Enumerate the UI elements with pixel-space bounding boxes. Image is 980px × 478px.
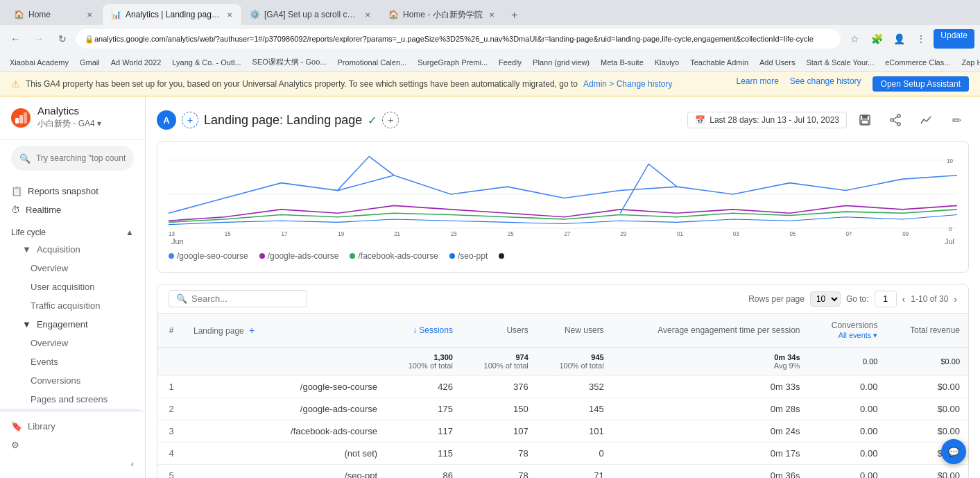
sidebar-item-pages-screens[interactable]: Pages and screens xyxy=(0,390,145,409)
date-range-button[interactable]: 📅 Last 28 days: Jun 13 - Jul 10, 2023 xyxy=(687,112,847,128)
add-metric-icon[interactable]: + xyxy=(249,325,255,336)
tab-analytics[interactable]: 📊 Analytics | Landing page: Landi... ✕ xyxy=(103,4,241,25)
open-setup-assistant-button[interactable]: Open Setup Assistant xyxy=(872,76,969,92)
col-header-users[interactable]: Users xyxy=(461,314,537,348)
svg-rect-5 xyxy=(861,120,868,124)
table-search[interactable]: 🔍 xyxy=(169,290,307,307)
tab-close-analytics[interactable]: ✕ xyxy=(225,10,233,19)
tab-ga4setup[interactable]: ⚙️ [GA4] Set up a scroll convers... ✕ xyxy=(241,4,380,25)
sidebar-item-events[interactable]: Events xyxy=(0,352,145,371)
bookmark-gmail[interactable]: Gmail xyxy=(76,57,104,68)
bookmark-addusers[interactable]: Add Users xyxy=(755,57,799,68)
search-input[interactable] xyxy=(36,153,126,163)
col-header-sessions[interactable]: ↓ Sessions xyxy=(386,314,461,348)
add-comparison-button[interactable]: + xyxy=(182,112,198,128)
conversions-filter[interactable]: All events ▾ xyxy=(839,331,878,339)
bookmark-adworld[interactable]: Ad World 2022 xyxy=(107,57,166,68)
bookmark-surge[interactable]: SurgeGraph Premi... xyxy=(413,57,492,68)
col-header-avg-engagement[interactable]: Average engagement time per session xyxy=(612,314,809,348)
row-total-revenue: $0.00 xyxy=(886,465,968,479)
new-tab-button[interactable]: + xyxy=(505,6,524,25)
bookmark-btn[interactable]: ☆ xyxy=(845,29,864,49)
bookmark-meta[interactable]: Meta B-suite xyxy=(596,57,648,68)
tab-home[interactable]: 🏠 Home ✕ xyxy=(6,4,103,25)
bookmark-xiaobai[interactable]: Xiaobai Academy xyxy=(6,57,73,68)
sidebar-item-settings[interactable]: ⚙ xyxy=(11,436,134,454)
tab-close-home[interactable]: ✕ xyxy=(85,10,94,19)
pagination-controls: Rows per page 10 25 50 Go to: ‹ 1-10 of … xyxy=(748,291,957,307)
bookmark-lyang[interactable]: Lyang & Co. - Outl... xyxy=(168,57,245,68)
bookmark-start-scale[interactable]: Start & Scale Your... xyxy=(802,57,878,68)
see-change-link[interactable]: See change history xyxy=(790,76,861,92)
row-landing-page[interactable]: (not set) xyxy=(185,443,386,465)
table-toolbar: 🔍 Rows per page 10 25 50 Go to: ‹ 1 xyxy=(157,284,968,314)
save-report-button[interactable] xyxy=(852,108,877,133)
sidebar-collapse-btn[interactable]: ‹ xyxy=(11,454,134,473)
sidebar-item-traffic-acquisition[interactable]: Traffic acquisition xyxy=(0,296,145,315)
search-bar[interactable]: 🔍 xyxy=(11,146,134,171)
profile-btn[interactable]: 👤 xyxy=(889,29,909,49)
label-overview-acq: Overview xyxy=(31,263,68,273)
lifecycle-title[interactable]: Life cycle ▲ xyxy=(0,222,145,240)
help-chat-button[interactable]: 💬 xyxy=(941,439,966,464)
col-header-landing-page[interactable]: Landing page + xyxy=(185,314,386,348)
row-landing-page[interactable]: /seo-ppt xyxy=(185,465,386,479)
sidebar-item-acquisition[interactable]: ▼ Acquisition xyxy=(0,240,145,259)
table-search-input[interactable] xyxy=(191,293,300,304)
tab-favicon: 🏠 xyxy=(388,10,399,19)
extensions-btn[interactable]: 🧩 xyxy=(867,29,886,49)
sidebar-item-reports-snapshot[interactable]: 📋 Reports snapshot xyxy=(0,182,145,200)
chart-container: 13 15 17 19 21 23 25 27 29 01 03 05 07 0… xyxy=(157,141,969,273)
sidebar-item-library[interactable]: 🔖 Library xyxy=(11,417,134,436)
bookmark-teachable[interactable]: Teachable Admin xyxy=(686,57,753,68)
row-avg-engagement: 0m 24s xyxy=(612,420,809,443)
prev-page-button[interactable]: ‹ xyxy=(902,293,906,305)
table-row: 1 /google-seo-course 426 376 352 0m 33s … xyxy=(157,376,968,398)
warning-admin-link[interactable]: Admin > Change history xyxy=(583,79,672,89)
learn-more-link[interactable]: Learn more xyxy=(736,76,778,92)
sidebar-item-user-acquisition[interactable]: User acquisition xyxy=(0,278,145,296)
address-input[interactable]: 🔒 analytics.google.com/analytics/web/?au… xyxy=(76,29,841,49)
add-page-button[interactable]: + xyxy=(382,112,399,128)
page-input[interactable] xyxy=(875,291,897,307)
col-header-new-users[interactable]: New users xyxy=(537,314,612,348)
share-button[interactable] xyxy=(883,108,908,133)
account-selector[interactable]: 小白新势 - GA4 ▾ xyxy=(37,117,101,131)
back-button[interactable]: ← xyxy=(6,29,25,49)
bookmark-seo[interactable]: SEO课程大纲 - Goo... xyxy=(248,56,331,69)
forward-button[interactable]: → xyxy=(29,29,49,49)
bookmark-zap[interactable]: Zap History xyxy=(957,57,980,68)
tab-label: Home xyxy=(28,10,51,19)
total-avg-engagement: 0m 34s Avg 9% xyxy=(612,348,809,376)
sidebar-item-realtime[interactable]: ⏱ Realtime xyxy=(0,200,145,219)
trend-button[interactable] xyxy=(913,108,938,133)
realtime-icon: ⏱ xyxy=(11,205,20,215)
tab-home2[interactable]: 🏠 Home - 小白新势学院 ✕ xyxy=(380,4,505,25)
sidebar-item-overview-eng[interactable]: Overview xyxy=(0,334,145,352)
more-btn[interactable]: ⋮ xyxy=(911,29,931,49)
update-button[interactable]: Update xyxy=(934,29,974,49)
reload-button[interactable]: ↻ xyxy=(53,29,72,49)
tab-close-ga4[interactable]: ✕ xyxy=(363,10,372,19)
edit-button[interactable]: ✏ xyxy=(944,108,969,133)
sidebar-item-engagement[interactable]: ▼ Engagement xyxy=(0,315,145,334)
bookmark-promo[interactable]: Promotional Calen... xyxy=(334,57,411,68)
legend-dot-other xyxy=(499,253,504,259)
bookmark-ecommerce[interactable]: eCommerce Clas... xyxy=(881,57,954,68)
col-header-total-revenue[interactable]: Total revenue xyxy=(886,314,968,348)
row-num: 4 xyxy=(157,443,185,465)
next-page-button[interactable]: › xyxy=(954,293,957,305)
col-header-conversions[interactable]: Conversions All events ▾ xyxy=(809,314,886,348)
sidebar-item-conversions[interactable]: Conversions xyxy=(0,371,145,390)
sidebar-item-overview-acq[interactable]: Overview xyxy=(0,259,145,278)
rows-per-page-select[interactable]: 10 25 50 xyxy=(810,291,841,307)
tab-close-home2[interactable]: ✕ xyxy=(487,10,497,19)
bookmark-klaviyo[interactable]: Klaviyo xyxy=(651,57,683,68)
row-landing-page[interactable]: /facebook-ads-course xyxy=(185,420,386,443)
row-landing-page[interactable]: /google-seo-course xyxy=(185,376,386,398)
legend-dot-google-seo xyxy=(169,253,174,259)
bookmark-feedly[interactable]: Feedly xyxy=(495,57,526,68)
row-landing-page[interactable]: /google-ads-course xyxy=(185,398,386,420)
row-users: 376 xyxy=(461,376,537,398)
bookmark-plann[interactable]: Plann (grid view) xyxy=(528,57,594,68)
